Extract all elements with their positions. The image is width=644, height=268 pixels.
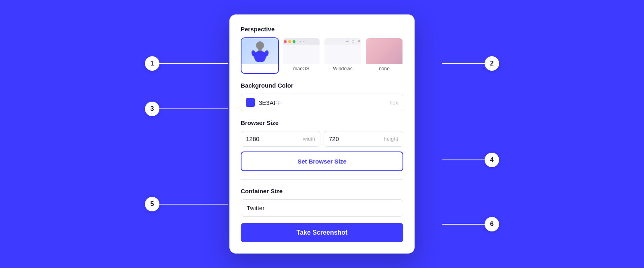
width-unit-label: width [303,136,315,142]
annotation-line-4 [442,160,485,160]
macos-min-dot [288,40,291,43]
perspective-thumb-person [241,38,279,64]
macos-label: macOS [293,66,309,73]
divider [241,179,403,180]
perspective-label: Perspective [241,26,403,33]
annotation-line-3 [159,108,228,109]
none-label: none [379,66,390,73]
perspective-section: Perspective [241,26,403,74]
perspective-option-person[interactable] [241,37,279,74]
container-size-input[interactable] [241,199,403,217]
perspective-thumb-none [365,38,403,64]
macos-nav: ‹ › [300,39,304,43]
person-icon-wrap [241,38,279,64]
annotation-2: 2 [485,56,499,71]
perspective-option-windows[interactable]: ─ □ ✕ Windows [324,37,362,74]
windows-body [324,45,362,64]
perspective-thumb-windows: ─ □ ✕ [324,38,362,64]
annotation-4: 4 [485,153,499,167]
browser-size-label: Browser Size [241,119,403,126]
macos-max-dot [293,40,295,43]
perspective-option-macos[interactable]: ‹ › macOS [282,37,320,74]
color-swatch[interactable] [246,98,255,107]
container-size-label: Container Size [241,188,403,194]
perspective-thumb-macos: ‹ › [282,38,320,64]
macos-nav-forward: › [303,39,304,43]
take-screenshot-button[interactable]: Take Screenshot [241,223,403,242]
windows-titlebar: ─ □ ✕ [324,38,362,45]
annotation-3: 3 [145,102,159,116]
color-hex-input[interactable] [259,99,386,106]
windows-maximize-btn: □ [352,39,354,43]
container-size-section: Container Size [241,188,403,217]
windows-minimize-btn: ─ [346,39,349,43]
main-panel: Perspective [229,14,415,254]
bg-color-section: Background Color hex [241,82,403,111]
perspective-options: ‹ › macOS ─ □ ✕ W [241,37,403,74]
bg-color-label: Background Color [241,82,403,89]
windows-label: Windows [333,66,353,73]
macos-close-dot [284,40,287,43]
color-input-row: hex [241,94,403,111]
annotation-6: 6 [485,217,499,231]
perspective-option-none[interactable]: none [365,37,403,74]
annotation-line-1 [159,63,228,64]
macos-body [282,45,320,64]
windows-close-btn: ✕ [357,39,361,43]
set-browser-size-button[interactable]: Set Browser Size [241,151,403,171]
annotation-line-2 [442,63,485,64]
annotation-5: 5 [145,197,159,211]
height-unit-label: height [384,136,398,142]
color-hex-unit-label: hex [390,100,398,106]
macos-nav-back: ‹ [300,39,301,43]
annotation-line-5 [159,204,228,205]
svg-point-0 [256,41,264,49]
browser-size-section: Browser Size width height Set Browser Si… [241,119,403,171]
height-input-wrap: height [324,131,403,147]
person-svg [250,40,270,63]
annotation-line-6 [442,224,485,225]
size-inputs-row: width height [241,131,403,147]
annotation-1: 1 [145,56,159,71]
width-input-wrap: width [241,131,320,147]
width-input[interactable] [246,135,300,142]
macos-titlebar: ‹ › [282,38,320,45]
height-input[interactable] [329,135,381,142]
